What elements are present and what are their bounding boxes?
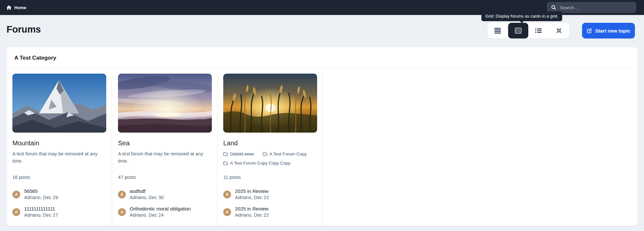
view-rows-button[interactable]: [488, 23, 508, 38]
view-list-button[interactable]: [528, 23, 549, 38]
land-photo[interactable]: [223, 74, 317, 133]
forum-card-bottom: 11 posts A 2025 in Review Adriano, Dec 2…: [223, 175, 316, 218]
category-panel: A Test Category: [7, 47, 637, 226]
category-title[interactable]: A Test Category: [14, 55, 56, 61]
post-meta[interactable]: Adriano, Dec 29: [24, 194, 58, 201]
forum-title[interactable]: Sea: [118, 139, 211, 147]
forum-card-mountain: Mountain A test forum that may be remove…: [7, 69, 112, 225]
post-title[interactable]: 2025 in Review: [235, 206, 269, 212]
tooltip-caret: [520, 21, 524, 23]
page-title: Forums: [7, 24, 41, 35]
post-row[interactable]: A Orthodontic moral obligation Adriano, …: [118, 206, 211, 218]
subforum-label: A Test Forum Copy: [270, 152, 307, 156]
subforum-list: Ddddd eeee A Test Forum Copy A Test Foru…: [223, 152, 313, 166]
subforum-label: A Test Forum Copy Copy Copy: [230, 161, 290, 166]
tooltip-text: Grid: Display forums as cards in a grid.: [485, 14, 558, 19]
forum-description: A test forum that may be removed at any …: [12, 150, 101, 165]
category-header: A Test Category: [7, 47, 637, 69]
post-row[interactable]: A 1111111111111 Adriano, Dec 27: [12, 206, 106, 218]
forum-card-land: Land Ddddd eeee A Test Forum Copy A Test…: [217, 69, 322, 225]
post-row[interactable]: A 2025 in Review Adriano, Dec 22: [223, 188, 316, 201]
post-title[interactable]: 56565: [24, 188, 58, 194]
post-title[interactable]: asdfsdf: [130, 188, 164, 194]
mountain-photo[interactable]: [12, 74, 106, 133]
list-icon: [535, 28, 542, 34]
posts-count: 16 posts: [12, 175, 106, 180]
subforum-link[interactable]: A Test Forum Copy: [263, 152, 307, 156]
recent-posts: A 56565 Adriano, Dec 29 A 1111111111111 …: [12, 188, 106, 218]
avatar[interactable]: A: [12, 208, 20, 216]
recent-posts: A asdfsdf Adriano, Dec 30 A Orthodontic …: [118, 188, 211, 218]
post-meta[interactable]: Adriano, Dec 22: [235, 212, 269, 218]
avatar[interactable]: A: [118, 208, 126, 216]
rows-icon: [494, 28, 501, 34]
view-compact-button[interactable]: [549, 23, 569, 38]
forum-description: A test forum that may be removed at any …: [118, 150, 207, 165]
recent-posts: A 2025 in Review Adriano, Dec 22 A 2025 …: [223, 188, 316, 218]
grid-view-tooltip: Grid: Display forums as cards in a grid.: [481, 11, 562, 21]
forum-title[interactable]: Land: [223, 139, 316, 147]
post-row[interactable]: A 56565 Adriano, Dec 29: [12, 188, 106, 201]
edit-pencil-square-icon: [587, 28, 592, 34]
post-title[interactable]: 1111111111111: [24, 206, 58, 212]
post-meta[interactable]: Adriano, Dec 27: [24, 212, 58, 218]
subforum-label: Ddddd eeee: [230, 152, 254, 156]
sea-photo[interactable]: [118, 74, 212, 133]
folder-icon: [263, 152, 267, 156]
avatar[interactable]: A: [223, 191, 231, 198]
start-new-topic-button[interactable]: Start new topic: [582, 23, 635, 38]
forum-card-bottom: 16 posts A 56565 Adriano, Dec 29 A: [12, 175, 106, 218]
grid-icon: [515, 28, 521, 34]
view-grid-button[interactable]: [508, 23, 529, 38]
view-switcher: [488, 23, 569, 38]
post-meta[interactable]: Adriano, Dec 22: [235, 194, 269, 201]
post-row[interactable]: A asdfsdf Adriano, Dec 30: [118, 188, 211, 201]
post-title[interactable]: 2025 in Review: [235, 188, 269, 194]
page-content: Forums Grid: Display forums as cards in …: [0, 15, 644, 231]
posts-count: 47 posts: [118, 175, 211, 180]
forum-cell-empty: [322, 69, 637, 225]
forum-card-sea: Sea A test forum that may be removed at …: [112, 69, 217, 225]
folder-icon: [223, 161, 228, 165]
avatar[interactable]: A: [223, 208, 231, 216]
folder-icon: [223, 152, 228, 156]
avatar[interactable]: A: [118, 191, 126, 198]
subforum-link[interactable]: A Test Forum Copy Copy Copy: [223, 161, 290, 166]
home-label: Home: [14, 5, 26, 10]
subforum-link[interactable]: Ddddd eeee: [223, 152, 254, 156]
forum-title[interactable]: Mountain: [12, 139, 106, 147]
home-icon: [7, 5, 11, 10]
post-meta[interactable]: Adriano, Dec 24: [130, 212, 191, 218]
forum-card-bottom: 47 posts A asdfsdf Adriano, Dec 30 A: [118, 175, 211, 218]
compress-arrows-icon: [556, 28, 562, 34]
post-row[interactable]: A 2025 in Review Adriano, Dec 22: [223, 206, 316, 218]
post-title[interactable]: Orthodontic moral obligation: [130, 206, 191, 212]
posts-count: 11 posts: [223, 175, 316, 180]
start-new-topic-label: Start new topic: [595, 28, 630, 34]
post-meta[interactable]: Adriano, Dec 30: [130, 194, 164, 201]
home-link[interactable]: Home: [7, 5, 26, 10]
avatar[interactable]: A: [12, 191, 20, 198]
forum-grid: Mountain A test forum that may be remove…: [7, 69, 637, 225]
